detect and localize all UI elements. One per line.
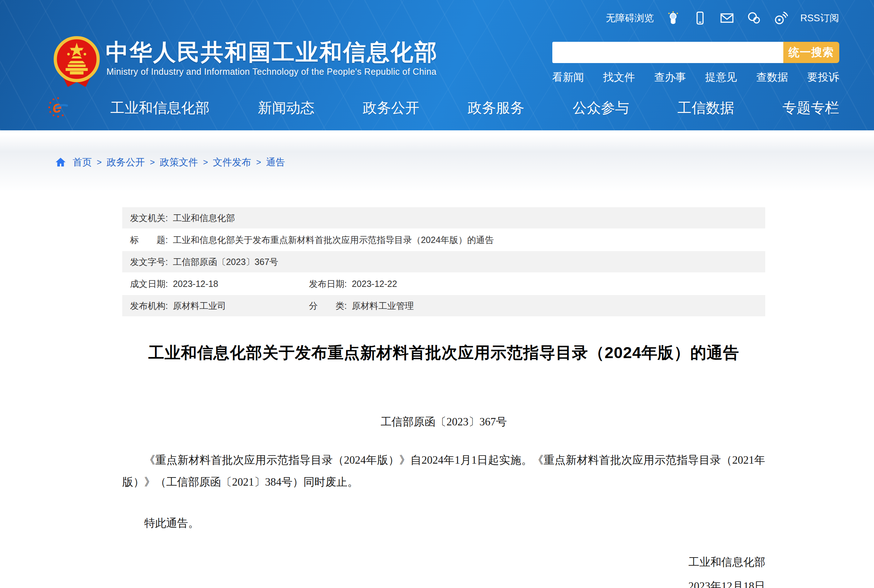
- breadcrumb-policy-files[interactable]: 政策文件: [160, 156, 198, 169]
- search-button[interactable]: 统一搜索: [783, 42, 839, 63]
- meta-row-issuing-agency: 发文机关: 工业和信息化部: [122, 207, 765, 228]
- signature-date: 2023年12月18日: [122, 579, 765, 588]
- accessibility-mascot-icon[interactable]: [666, 10, 681, 26]
- quick-links: 看新闻 找文件 查办事 提意见 查数据 要投诉: [552, 70, 839, 85]
- search-input[interactable]: [552, 42, 783, 63]
- site-title: 中华人民共和国工业和信息化部: [106, 37, 438, 68]
- accessibility-link[interactable]: 无障碍浏览: [606, 12, 654, 24]
- signature-agency: 工业和信息化部: [122, 555, 765, 570]
- meta-label: 分 类:: [309, 300, 347, 312]
- meta-value: 2023-12-22: [352, 279, 397, 289]
- meta-label: 发文机关:: [130, 212, 168, 224]
- mail-icon[interactable]: [720, 10, 735, 26]
- quick-link-complaint[interactable]: 要投诉: [807, 70, 839, 85]
- meta-row-dates: 成文日期: 2023-12-18 发布日期: 2023-12-22: [122, 273, 765, 294]
- nav-item-public-participation[interactable]: 公众参与: [573, 98, 629, 118]
- quick-link-news[interactable]: 看新闻: [552, 70, 584, 85]
- quick-link-feedback[interactable]: 提意见: [705, 70, 737, 85]
- breadcrumb: 首页 > 政务公开 > 政策文件 > 文件发布 > 通告: [55, 156, 285, 169]
- mobile-icon[interactable]: [693, 10, 708, 26]
- nav-item-gov-disclosure[interactable]: 政务公开: [363, 98, 420, 118]
- meta-row-title: 标 题: 工业和信息化部关于发布重点新材料首批次应用示范指导目录（2024年版）…: [122, 229, 765, 250]
- nav-item-miit[interactable]: 工业和信息化部: [111, 98, 210, 118]
- nav-item-miit-data[interactable]: 工信数据: [678, 98, 734, 118]
- meta-value: 工业和信息化部关于发布重点新材料首批次应用示范指导目录（2024年版）的通告: [173, 234, 494, 246]
- document-meta-table: 发文机关: 工业和信息化部 标 题: 工业和信息化部关于发布重点新材料首批次应用…: [122, 207, 765, 317]
- breadcrumb-separator: >: [150, 157, 155, 167]
- signature-block: 工业和信息化部 2023年12月18日: [122, 555, 765, 588]
- quick-link-services[interactable]: 查办事: [654, 70, 686, 85]
- meta-value: 2023-12-18: [173, 279, 218, 289]
- miit-e-logo-icon: e: [48, 96, 69, 119]
- breadcrumb-file-release[interactable]: 文件发布: [213, 156, 251, 169]
- breadcrumb-separator: >: [256, 157, 261, 167]
- quick-link-files[interactable]: 找文件: [603, 70, 635, 85]
- rss-link[interactable]: RSS订阅: [800, 12, 839, 24]
- utility-bar: 无障碍浏览: [606, 10, 839, 26]
- wechat-icon[interactable]: [747, 10, 762, 26]
- meta-value: 原材料工业司: [173, 300, 226, 312]
- breadcrumb-notice[interactable]: 通告: [266, 156, 285, 169]
- search-bar: 统一搜索: [552, 42, 839, 63]
- meta-label: 发布机构:: [130, 300, 168, 312]
- breadcrumb-gov-disclosure[interactable]: 政务公开: [106, 156, 145, 169]
- nav-item-gov-services[interactable]: 政务服务: [468, 98, 524, 118]
- meta-row-publisher-category: 发布机构: 原材料工业司 分 类: 原材料工业管理: [122, 295, 765, 316]
- weibo-icon[interactable]: [774, 10, 788, 26]
- nav-item-news[interactable]: 新闻动态: [258, 98, 315, 118]
- meta-value: 工业和信息化部: [173, 212, 235, 224]
- meta-label: 标 题:: [130, 234, 168, 246]
- main-nav: e 工业和信息化部 新闻动态 政务公开 政务服务 公众参与 工信数据 专题专栏: [48, 93, 839, 123]
- breadcrumb-separator: >: [203, 157, 208, 167]
- meta-value: 工信部原函〔2023〕367号: [173, 256, 278, 268]
- article-paragraph: 特此通告。: [122, 512, 765, 534]
- article-paragraph: 《重点新材料首批次应用示范指导目录（2024年版）》自2024年1月1日起实施。…: [122, 449, 765, 493]
- article-doc-number: 工信部原函〔2023〕367号: [122, 414, 765, 429]
- meta-label: 成文日期:: [130, 278, 168, 290]
- meta-row-doc-number: 发文字号: 工信部原函〔2023〕367号: [122, 251, 765, 272]
- home-icon[interactable]: [55, 157, 66, 168]
- meta-label: 发文字号:: [130, 256, 168, 268]
- site-header: 无障碍浏览: [0, 0, 874, 130]
- meta-value: 原材料工业管理: [352, 300, 414, 312]
- quick-link-data[interactable]: 查数据: [756, 70, 788, 85]
- breadcrumb-home[interactable]: 首页: [73, 156, 92, 169]
- nav-item-special-topics[interactable]: 专题专栏: [782, 98, 839, 118]
- national-emblem-logo: [53, 33, 101, 89]
- meta-label: 发布日期:: [309, 278, 347, 290]
- article-title: 工业和信息化部关于发布重点新材料首批次应用示范指导目录（2024年版）的通告: [122, 342, 765, 363]
- page: 无障碍浏览: [0, 0, 874, 588]
- article-body: 《重点新材料首批次应用示范指导目录（2024年版）》自2024年1月1日起实施。…: [122, 449, 765, 534]
- breadcrumb-separator: >: [97, 157, 102, 167]
- site-subtitle: Ministry of Industry and Information Tec…: [106, 67, 437, 77]
